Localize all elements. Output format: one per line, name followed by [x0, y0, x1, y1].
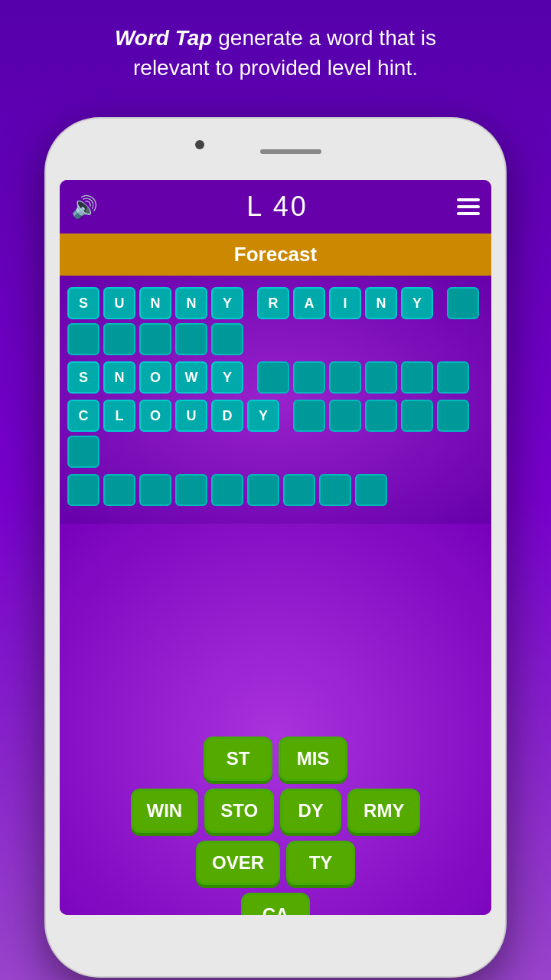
tile-u1: U — [103, 287, 135, 319]
empty-tile-27 — [355, 474, 387, 506]
tile-n2: N — [175, 287, 207, 319]
empty-tile-9 — [329, 361, 361, 394]
tile-o2: O — [139, 400, 171, 432]
tile-i1: I — [329, 287, 361, 319]
btn-over[interactable]: OVER — [196, 841, 280, 885]
tile-y1: Y — [211, 287, 243, 319]
word-row-2: S N O W Y — [67, 361, 484, 394]
tile-y4: Y — [247, 400, 279, 432]
tile-n4: N — [103, 361, 135, 394]
btn-sto[interactable]: STO — [204, 789, 274, 833]
empty-tile-12 — [437, 361, 469, 394]
btn-ty[interactable]: TY — [286, 841, 355, 885]
tile-s2: S — [67, 361, 99, 394]
empty-tile-13 — [293, 400, 325, 432]
tile-c1: C — [67, 400, 99, 432]
empty-tile-2 — [67, 323, 99, 355]
empty-tile-7 — [257, 361, 289, 394]
level-display: L 40 — [246, 191, 308, 223]
word-row-3: C L O U D Y — [67, 400, 484, 468]
speaker — [260, 149, 321, 154]
empty-tile-3 — [103, 323, 135, 355]
btn-win[interactable]: WIN — [131, 789, 199, 833]
btn-mis[interactable]: MIS — [279, 737, 347, 781]
phone-frame: 🔊 L 40 Forecast S U N N Y R A — [46, 119, 505, 976]
tile-w1: W — [175, 361, 207, 394]
empty-tile-5 — [175, 323, 207, 355]
btn-row-2: WIN STO DY RMY — [64, 789, 487, 833]
empty-tile-11 — [401, 361, 433, 394]
front-camera — [195, 140, 204, 149]
tile-n1: N — [139, 287, 171, 319]
tile-a1: A — [293, 287, 325, 319]
sound-icon[interactable]: 🔊 — [71, 194, 98, 220]
empty-tile-17 — [437, 400, 469, 432]
app-title-bold: Word Tap — [115, 26, 213, 50]
word-buttons-area: ST MIS WIN STO DY RMY OVER TY CA — [60, 737, 491, 915]
btn-dy[interactable]: DY — [280, 789, 341, 833]
empty-tile-6 — [211, 323, 243, 355]
phone-screen: 🔊 L 40 Forecast S U N N Y R A — [60, 180, 491, 915]
tile-l1: L — [103, 400, 135, 432]
empty-tile-22 — [175, 474, 207, 506]
word-row-4 — [67, 474, 484, 506]
btn-row-4: CA — [64, 893, 487, 915]
tile-r1: R — [257, 287, 289, 319]
empty-tile-15 — [365, 400, 397, 432]
empty-tile-24 — [247, 474, 279, 506]
btn-row-1: ST MIS — [64, 737, 487, 781]
empty-tile-25 — [283, 474, 315, 506]
empty-tile-21 — [139, 474, 171, 506]
tile-y2: Y — [401, 287, 433, 319]
empty-tile-14 — [329, 400, 361, 432]
category-label: Forecast — [234, 243, 317, 266]
empty-tile-10 — [365, 361, 397, 394]
empty-tile-4 — [139, 323, 171, 355]
word-row-1: S U N N Y R A I N Y — [67, 287, 484, 355]
empty-tile-20 — [103, 474, 135, 506]
tile-u2: U — [175, 400, 207, 432]
category-banner: Forecast — [60, 234, 491, 276]
game-play-area: ST MIS WIN STO DY RMY OVER TY CA — [60, 524, 491, 915]
btn-row-3: OVER TY — [64, 841, 487, 885]
empty-tile-18 — [67, 436, 99, 468]
word-area: S U N N Y R A I N Y S — [60, 276, 491, 524]
empty-tile-23 — [211, 474, 243, 506]
tile-d1: D — [211, 400, 243, 432]
empty-tile-19 — [67, 474, 99, 506]
menu-button[interactable] — [457, 198, 480, 215]
btn-ca[interactable]: CA — [241, 893, 310, 915]
page-header: Word Tap generate a word that isrelevant… — [0, 0, 551, 98]
btn-st[interactable]: ST — [204, 737, 272, 781]
btn-rmy[interactable]: RMY — [347, 789, 420, 833]
tile-o1: O — [139, 361, 171, 394]
empty-tile-16 — [401, 400, 433, 432]
empty-tile-26 — [319, 474, 351, 506]
tile-n3: N — [365, 287, 397, 319]
tile-s1: S — [67, 287, 99, 319]
empty-tile-8 — [293, 361, 325, 394]
game-header: 🔊 L 40 — [60, 180, 491, 234]
tile-y3: Y — [211, 361, 243, 394]
empty-tile-1 — [447, 287, 479, 319]
